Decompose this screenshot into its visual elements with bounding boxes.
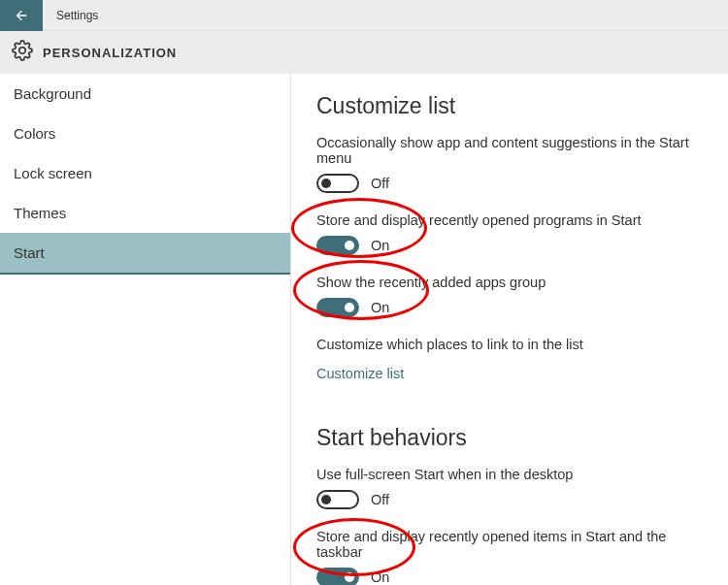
toggle-recent-programs[interactable] <box>316 236 359 255</box>
setting-label: Store and display recently opened items … <box>316 529 703 560</box>
toggle-state-label: On <box>371 300 389 315</box>
toggle-suggestions[interactable] <box>316 174 359 193</box>
setting-suggestions: Occasionally show app and content sugges… <box>316 135 703 193</box>
setting-label: Use full-screen Start when in the deskto… <box>316 467 703 482</box>
sidebar-item-label: Start <box>14 244 45 261</box>
sidebar-item-background[interactable]: Background <box>0 74 290 114</box>
sidebar: Background Colors Lock screen Themes Sta… <box>0 74 291 585</box>
setting-recent-programs: Store and display recently opened progra… <box>316 212 703 255</box>
setting-label: Occasionally show app and content sugges… <box>316 135 703 166</box>
toggle-recent-items[interactable] <box>316 568 359 585</box>
sidebar-item-colors[interactable]: Colors <box>0 114 290 153</box>
window-title: Settings <box>43 9 98 22</box>
category-header: PERSONALIZATION <box>0 31 728 74</box>
sidebar-item-label: Themes <box>14 205 66 221</box>
sidebar-item-themes[interactable]: Themes <box>0 193 290 233</box>
sidebar-item-label: Background <box>14 85 91 102</box>
back-button[interactable] <box>0 0 43 31</box>
category-title: PERSONALIZATION <box>43 46 177 60</box>
setting-fullscreen: Use full-screen Start when in the deskto… <box>316 467 703 509</box>
back-arrow-icon <box>14 8 29 23</box>
sidebar-item-lock-screen[interactable]: Lock screen <box>0 153 290 193</box>
customize-list-link[interactable]: Customize list <box>316 366 404 381</box>
setting-recently-added: Show the recently added apps group On <box>316 275 703 317</box>
toggle-recently-added[interactable] <box>316 298 359 317</box>
sidebar-item-label: Colors <box>14 125 55 142</box>
gear-icon <box>12 40 33 65</box>
sidebar-item-start[interactable]: Start <box>0 233 290 275</box>
setting-label: Store and display recently opened progra… <box>316 212 703 228</box>
toggle-state-label: On <box>371 238 389 253</box>
toggle-fullscreen[interactable] <box>316 490 359 509</box>
toggle-state-label: On <box>371 569 389 585</box>
setting-label: Show the recently added apps group <box>316 275 703 290</box>
setting-customize-places: Customize which places to link to in the… <box>316 337 703 382</box>
window-header: Settings <box>0 0 728 31</box>
section-heading-start-behaviors: Start behaviors <box>316 425 703 451</box>
setting-recent-items: Store and display recently opened items … <box>316 529 703 585</box>
setting-label: Customize which places to link to in the… <box>316 337 703 352</box>
section-heading-customize-list: Customize list <box>316 93 703 119</box>
sidebar-item-label: Lock screen <box>14 165 92 181</box>
toggle-state-label: Off <box>371 176 389 191</box>
main-content: Customize list Occasionally show app and… <box>291 74 728 585</box>
toggle-state-label: Off <box>371 492 389 507</box>
